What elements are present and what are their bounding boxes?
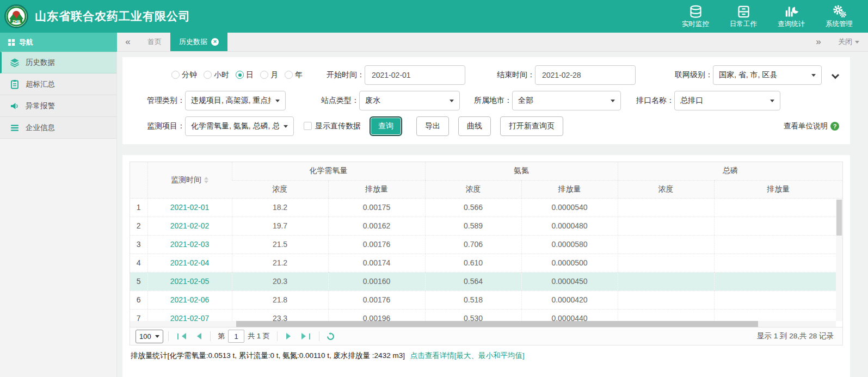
sidebar-item-label: 历史数据 [26,58,55,67]
unit-description-link[interactable]: 查看单位说明 ? [784,121,839,131]
sub-header-emission: 排放量 [714,180,842,198]
monitor-date-link[interactable]: 2021-02-04 [147,254,232,272]
horizontal-scrollbar[interactable] [130,321,836,327]
tp-concentration-cell [618,235,714,254]
page-total-label: 共 1 页 [248,331,269,341]
vertical-scrollbar[interactable] [836,199,842,321]
query-button[interactable]: 查询 [370,116,402,136]
monitor-time-header[interactable]: 监测时间 [147,162,232,198]
prev-page-button[interactable] [190,333,205,339]
cod-emission-cell: 0.00176 [328,291,425,309]
sidebar-item-history-data[interactable]: 历史数据 [0,52,116,73]
period-radio[interactable]: 年 [285,70,303,80]
monitor-items-select[interactable]: 化学需氧量, 氨氮, 总磷, 总 [185,116,294,136]
tab-history-label: 历史数据 [179,37,207,47]
radio-circle-icon [285,71,293,79]
start-time-label: 开始时间： [327,70,365,80]
monitor-date-link[interactable]: 2021-02-02 [147,217,232,235]
close-tabs-menu[interactable]: 关闭 [829,33,868,51]
monitor-items-value: 化学需氧量, 氨氮, 总磷, 总 [191,121,279,131]
view-details-link[interactable]: 点击查看详情[最大、最小和平均值] [410,351,525,360]
monitor-items-label: 监测项目： [147,121,185,131]
chevron-down-icon [770,100,774,104]
sidebar-item-abnormal-alarm[interactable]: 异常报警 [0,95,116,117]
tab-history-data[interactable]: 历史数据 × [170,33,227,51]
city-value: 全部 [518,96,533,106]
sidebar-item-exceed-summary[interactable]: 超标汇总 [0,73,116,95]
row-number-header [130,162,147,198]
layers-icon [10,58,20,67]
nh3-emission-cell: 0.0000480 [521,217,618,235]
city-select[interactable]: 全部 [512,91,621,110]
outlet-name-select[interactable]: 总排口 [674,91,780,110]
radio-label: 年 [295,70,303,80]
period-radio[interactable]: 月 [260,70,278,80]
sidebar-item-label: 异常报警 [26,101,55,111]
archive-icon [736,4,751,19]
period-radio[interactable]: 分钟 [171,70,197,80]
sidebar-item-enterprise-info[interactable]: 企业信息 [0,117,116,139]
network-level-label: 联网级别： [675,70,713,80]
station-type-label: 站点类型： [321,96,359,106]
last-page-button[interactable] [298,333,315,339]
tabs-scroll-left-icon[interactable]: « [117,33,139,51]
mgmt-category-value: 违规项目, 高架源, 重点排 [191,96,271,106]
page-prefix-label: 第 [218,331,225,341]
sub-header-concentration: 浓度 [425,180,521,198]
table-row: 1 2021-02-01 18.2 0.00175 0.566 0.000054… [130,198,842,217]
page-number-input[interactable]: 1 [228,330,244,343]
top-nav-label: 日常工作 [730,20,757,29]
chevron-down-icon [155,335,159,340]
station-type-select[interactable]: 废水 [359,91,460,110]
svg-text:ZHB: ZHB [13,20,20,23]
unit-description-label: 查看单位说明 [784,121,828,131]
direct-data-label: 显示直传数据 [315,121,361,131]
open-new-query-button[interactable]: 打开新查询页 [500,116,563,136]
curve-button[interactable]: 曲线 [458,116,491,136]
grid-icon [8,39,15,46]
monitor-date-link[interactable]: 2021-02-05 [147,272,232,291]
top-nav-system-admin[interactable]: 系统管理 [826,4,853,29]
end-time-input[interactable]: 2021-02-28 [535,65,636,85]
refresh-button[interactable] [327,332,335,341]
tab-home[interactable]: 首页 [139,33,170,51]
tab-close-icon[interactable]: × [211,38,219,46]
first-page-button[interactable] [174,333,190,339]
radio-circle-icon [260,71,268,79]
next-page-button[interactable] [282,333,298,339]
app-header: ZHB 山东省联合农药工业有限公司 实时监控 [0,0,868,33]
top-nav-realtime[interactable]: 实时监控 [682,4,709,29]
top-nav: 实时监控 日常工作 [661,4,853,29]
station-type-value: 废水 [365,96,380,106]
period-radio[interactable]: 小时 [204,70,229,80]
monitor-date-link[interactable]: 2021-02-03 [147,235,232,254]
start-time-input[interactable]: 2021-02-01 [365,65,465,85]
top-nav-label: 查询统计 [778,20,805,29]
cod-concentration-cell: 21.5 [232,235,328,254]
end-time-value: 2021-02-28 [542,71,581,79]
direct-data-checkbox[interactable] [304,122,312,130]
network-level-select[interactable]: 国家, 省, 市, 区县 [713,65,822,85]
mgmt-category-select[interactable]: 违规项目, 高架源, 重点排 [185,91,286,110]
nh3-emission-cell: 0.0000580 [521,235,618,254]
tp-emission-cell [714,217,842,235]
export-button[interactable]: 导出 [416,116,449,136]
horizontal-scrollbar-thumb[interactable] [236,321,759,327]
top-nav-query-stats[interactable]: 查询统计 [778,4,805,29]
period-radio[interactable]: 日 [236,70,254,80]
tab-bar: « 首页 历史数据 × » 关闭 [117,33,868,52]
top-nav-daily-work[interactable]: 日常工作 [730,4,757,29]
page-size-select[interactable]: 100 [136,330,163,343]
sort-icon[interactable] [204,175,208,186]
monitor-date-link[interactable]: 2021-02-06 [147,291,232,309]
table-row: 4 2021-02-04 21.2 0.00174 0.610 0.000050… [130,254,842,272]
results-panel: 监测时间 化学需氧量 氨氮 总磷 浓度 排放量 浓度 排放量 [122,155,850,377]
nh3-concentration-cell: 0.589 [425,217,521,235]
monitor-date-link[interactable]: 2021-02-01 [147,198,232,217]
tabs-scroll-right-icon[interactable]: » [808,33,829,51]
chart-pie-icon [784,4,799,19]
vertical-scrollbar-thumb[interactable] [836,200,842,236]
tp-concentration-cell [618,291,714,309]
row-number-cell: 4 [130,254,147,272]
cod-emission-cell: 0.00162 [328,217,425,235]
